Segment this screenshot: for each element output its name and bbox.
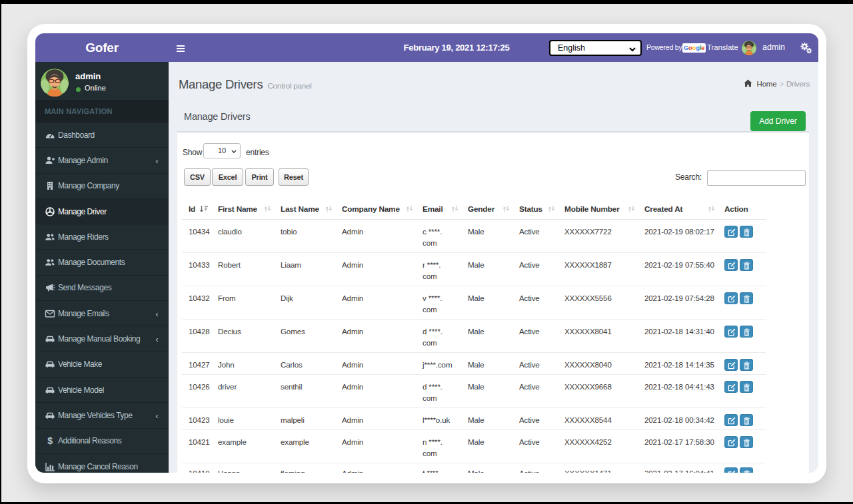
svg-text:$: $	[47, 435, 53, 446]
